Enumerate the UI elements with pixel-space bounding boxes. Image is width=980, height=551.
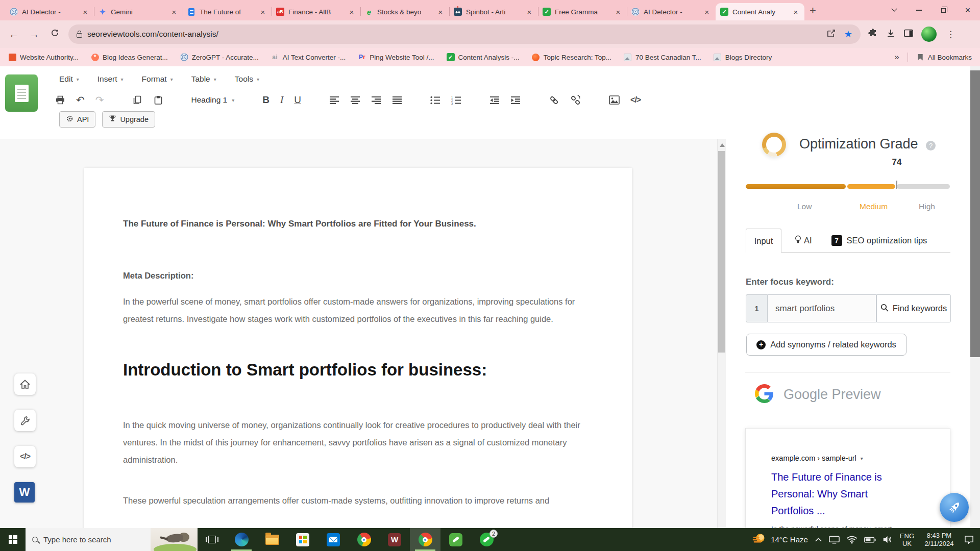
taskbar-w-app[interactable]: W (379, 528, 410, 551)
embed-code-button[interactable]: </> (14, 446, 36, 467)
settings-tool-button[interactable] (14, 410, 36, 431)
bookmark-ping-website-tool[interactable]: Pr Ping Website Tool /... (358, 53, 434, 61)
share-icon[interactable] (826, 29, 836, 40)
copy-icon[interactable] (132, 95, 142, 105)
downloads-icon[interactable] (886, 28, 896, 40)
tab-finance[interactable]: aB Finance - AllB × (272, 3, 360, 20)
volume-icon[interactable] (883, 535, 893, 544)
help-icon[interactable]: ? (926, 141, 936, 151)
insert-image-icon[interactable] (609, 95, 620, 105)
page-scrollbar[interactable] (970, 66, 980, 528)
taskbar-whatsapp[interactable]: 2 (471, 528, 502, 551)
undo-icon[interactable]: ↶ (76, 95, 85, 105)
menu-format[interactable]: Format▾ (142, 74, 173, 84)
start-button[interactable] (0, 528, 26, 551)
all-bookmarks-button[interactable]: All Bookmarks (916, 53, 972, 61)
bookmark-70-best-canadian[interactable]: 70 Best Canadian T... (624, 53, 701, 61)
back-button[interactable]: ← (7, 29, 20, 40)
focus-keyword-input[interactable] (768, 294, 876, 322)
document-title[interactable]: The Future of Finance is Personal: Why S… (123, 219, 593, 229)
action-center-icon[interactable] (964, 535, 974, 544)
bookmark-zerogpt[interactable]: ZeroGPT - Accurate... (180, 53, 259, 61)
insert-link-icon[interactable] (549, 95, 559, 106)
serp-title-link[interactable]: The Future of Finance is Personal: Why S… (771, 469, 935, 519)
meta-description-label[interactable]: Meta Description: (123, 271, 593, 281)
reload-button[interactable] (48, 28, 61, 40)
meta-description-text[interactable]: In the powerful scene of money, smart po… (123, 293, 593, 328)
bookmarks-overflow-icon[interactable]: » (894, 52, 899, 62)
source-code-icon[interactable]: </> (630, 95, 641, 105)
print-icon[interactable] (55, 95, 65, 105)
outdent-icon[interactable] (489, 96, 500, 105)
bookmark-ai-text-converter[interactable]: ai AI Text Converter -... (271, 53, 346, 61)
rocket-fab-button[interactable] (940, 493, 969, 522)
battery-icon[interactable] (864, 537, 876, 543)
tab-close-icon[interactable]: × (792, 8, 800, 16)
redo-icon[interactable]: ↷ (95, 95, 104, 105)
taskbar-mail[interactable] (318, 528, 349, 551)
lock-icon[interactable] (77, 33, 82, 38)
upgrade-button[interactable]: Upgrade (102, 111, 155, 128)
tab-spinbot[interactable]: Spinbot - Arti × (449, 3, 538, 20)
menu-edit[interactable]: Edit▾ (59, 74, 79, 84)
extensions-icon[interactable] (868, 28, 878, 40)
chevron-down-icon[interactable]: ▾ (861, 456, 863, 461)
tab-seo-tips[interactable]: 7 SEO optimization tips (831, 235, 927, 246)
tab-close-icon[interactable]: × (525, 8, 533, 16)
page-scrollbar-thumb[interactable] (970, 70, 980, 357)
url-text[interactable]: seoreviewtools.com/content-analysis/ (87, 30, 218, 39)
tab-free-grammar[interactable]: ✓ Free Gramma × (538, 3, 627, 20)
profile-avatar[interactable] (921, 27, 937, 42)
taskbar-store[interactable] (287, 528, 318, 551)
restore-button[interactable] (931, 0, 955, 20)
tab-close-icon[interactable]: × (703, 8, 711, 16)
side-panel-icon[interactable] (903, 28, 914, 40)
minimize-button[interactable] (906, 0, 931, 20)
menu-insert[interactable]: Insert▾ (97, 74, 124, 84)
taskbar-chrome[interactable] (349, 528, 379, 551)
indent-icon[interactable] (510, 96, 521, 105)
italic-icon[interactable]: I (280, 94, 283, 106)
tab-search-chevron-icon[interactable] (882, 0, 906, 20)
home-button[interactable] (14, 373, 36, 395)
bookmark-blog-ideas[interactable]: * Blog Ideas Generat... (91, 53, 168, 61)
api-button[interactable]: API (59, 111, 95, 128)
taskbar-file-explorer[interactable] (257, 528, 287, 551)
task-view-button[interactable] (198, 528, 226, 551)
taskbar-chrome-active[interactable] (410, 528, 440, 551)
tab-ai[interactable]: AI (795, 235, 812, 246)
document-page[interactable]: The Future of Finance is Personal: Why S… (84, 168, 632, 528)
close-window-button[interactable]: × (955, 0, 980, 20)
bookmark-star-icon[interactable]: ★ (844, 29, 852, 40)
tab-close-icon[interactable]: × (81, 8, 89, 16)
word-app-icon[interactable]: W (14, 482, 35, 503)
forward-button[interactable]: → (28, 29, 41, 40)
remove-link-icon[interactable] (570, 95, 581, 106)
menu-table[interactable]: Table▾ (191, 74, 216, 84)
tab-close-icon[interactable]: × (614, 8, 622, 16)
tab-close-icon[interactable]: × (259, 8, 267, 16)
weather-widget[interactable]: 14°C Haze (752, 532, 808, 547)
browser-menu-icon[interactable]: ⋮ (944, 29, 957, 40)
tab-content-analysis-active[interactable]: ✓ Content Analy × (716, 3, 804, 20)
bookmark-website-authority[interactable]: Website Authority... (8, 53, 79, 61)
underline-icon[interactable]: U (294, 94, 301, 106)
search-daily-image[interactable] (151, 528, 198, 551)
taskbar-phone-app[interactable] (440, 528, 471, 551)
paste-icon[interactable] (153, 95, 163, 105)
tab-stocks[interactable]: e Stocks & beyo × (360, 3, 449, 20)
tab-close-icon[interactable]: × (170, 8, 178, 16)
clock-widget[interactable]: 8:43 PM 2/11/2024 (921, 532, 958, 548)
tab-gemini[interactable]: Gemini × (94, 3, 183, 20)
scroll-up-arrow-icon[interactable] (720, 143, 725, 147)
bullet-list-icon[interactable] (430, 96, 440, 105)
align-center-icon[interactable] (350, 96, 360, 105)
editor-scrollbar[interactable] (717, 139, 726, 528)
find-keywords-button[interactable]: Find keywords (876, 294, 951, 322)
address-bar[interactable]: seoreviewtools.com/content-analysis/ ★ (68, 24, 861, 44)
bold-icon[interactable]: B (262, 94, 270, 106)
tab-ai-detector-1[interactable]: AI Detector - × (5, 3, 94, 20)
new-tab-button[interactable]: + (810, 4, 816, 17)
heading-style-select[interactable]: Heading 1 ▾ (191, 95, 235, 105)
tab-the-future-of[interactable]: The Future of × (183, 3, 272, 20)
